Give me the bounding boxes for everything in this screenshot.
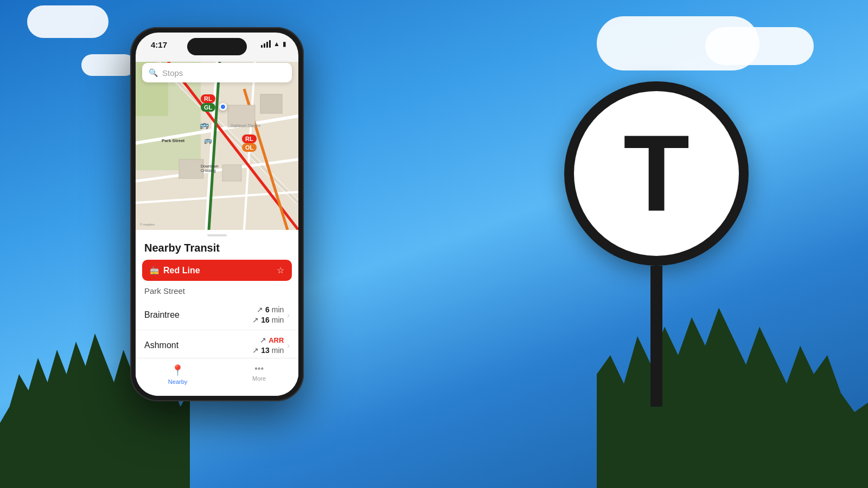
rl-badge-park-street[interactable]: RL — [201, 94, 215, 103]
search-bar[interactable]: 🔍 Stops — [142, 63, 292, 82]
svg-text:Crossing: Crossing — [201, 169, 216, 173]
phone-screen: 4:17 ▲ ▮ 🔍 Stops — [136, 33, 298, 396]
more-tab-label: More — [252, 375, 266, 382]
red-line-header[interactable]: 🚋 Red Line ☆ — [142, 260, 292, 281]
dynamic-island — [187, 38, 247, 55]
phone-wrapper: 4:17 ▲ ▮ 🔍 Stops — [119, 16, 315, 439]
transit-line-name: Red Line — [163, 266, 200, 275]
arrival-icon-2: ↗ — [252, 316, 259, 324]
station-name: Park Street — [136, 284, 298, 300]
map-svg: Orpheum Theatre Park Street Downtown Cro… — [136, 62, 298, 230]
phone-frame: 4:17 ▲ ▮ 🔍 Stops — [130, 27, 304, 401]
mbta-t-sign: T — [564, 81, 749, 407]
svg-rect-16 — [222, 165, 241, 181]
ashmont-times: ↗ ARR ↗ 13 min — [252, 336, 284, 355]
search-icon: 🔍 — [149, 68, 158, 77]
tab-nearby[interactable]: 📍 Nearby — [168, 364, 187, 385]
t-sign-letter: T — [623, 119, 690, 228]
bus-stop-icon-1: 🚌 — [200, 120, 209, 129]
direction-braintree-label: Braintree — [144, 310, 180, 320]
direction-ashmont-label: Ashmont — [144, 341, 178, 350]
svg-text:© mapbox: © mapbox — [140, 223, 155, 226]
wifi-icon: ▲ — [273, 40, 280, 48]
svg-text:Downtown: Downtown — [201, 164, 219, 168]
direction-braintree[interactable]: Braintree ↗ 6 min ↗ 16 min — [136, 300, 298, 330]
battery-icon: ▮ — [283, 40, 286, 48]
signal-icon — [261, 40, 271, 48]
bottom-panel: Nearby Transit 🚋 Red Line ☆ Park Street … — [136, 230, 298, 396]
direction-ashmont[interactable]: Ashmont ↗ ARR ↗ 13 min — [136, 330, 298, 361]
ashmont-chevron: › — [287, 341, 290, 350]
transit-line-icon: 🚋 — [150, 266, 159, 275]
cloud-2 — [705, 27, 814, 65]
more-tab-icon: ••• — [254, 364, 264, 374]
t-sign-pole — [650, 266, 662, 407]
svg-text:Orpheum Theatre: Orpheum Theatre — [231, 124, 260, 128]
ol-badge-downtown[interactable]: OL — [242, 143, 257, 152]
gl-badge-park-street[interactable]: GL — [201, 103, 215, 112]
t-sign-circle: T — [564, 81, 749, 266]
nearby-tab-icon: 📍 — [171, 364, 184, 377]
arrival-icon-3: ↗ — [260, 336, 266, 344]
arrival-icon-1: ↗ — [257, 305, 263, 314]
braintree-chevron: › — [287, 311, 290, 319]
bus-stop-icon-2: 🚌 — [204, 137, 212, 144]
map-area[interactable]: Orpheum Theatre Park Street Downtown Cro… — [136, 62, 298, 230]
rl-badge-downtown[interactable]: RL — [242, 134, 257, 143]
svg-text:Park Street: Park Street — [162, 138, 185, 143]
tab-more[interactable]: ••• More — [252, 364, 266, 382]
nearby-tab-label: Nearby — [168, 378, 187, 385]
braintree-times: ↗ 6 min ↗ 16 min — [252, 305, 284, 324]
svg-rect-15 — [179, 159, 203, 178]
tab-bar: 📍 Nearby ••• More — [136, 358, 298, 396]
user-location-dot — [219, 103, 227, 111]
nearby-title: Nearby Transit — [136, 242, 298, 260]
status-time: 4:17 — [151, 40, 167, 49]
status-icons: ▲ ▮ — [261, 40, 286, 48]
svg-rect-14 — [260, 94, 282, 113]
cloud-3 — [27, 5, 108, 38]
arrival-icon-4: ↗ — [252, 346, 259, 355]
search-placeholder: Stops — [162, 68, 183, 78]
transit-header-left: 🚋 Red Line — [150, 266, 200, 275]
favorite-star-icon[interactable]: ☆ — [277, 265, 284, 275]
panel-handle — [207, 234, 227, 236]
